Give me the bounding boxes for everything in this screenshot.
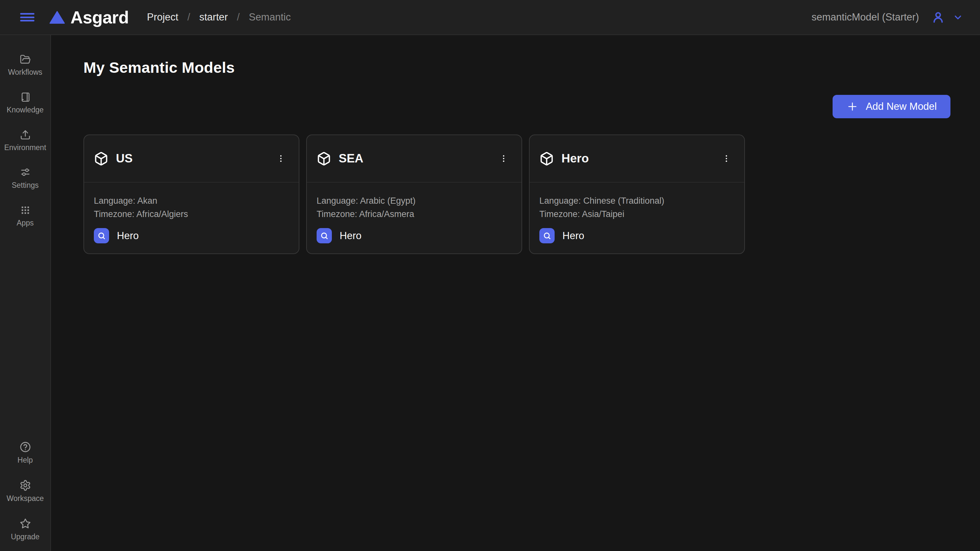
breadcrumb-project[interactable]: Project xyxy=(147,11,178,23)
triangle-logo-icon xyxy=(49,11,65,24)
sidebar-item-label: Upgrade xyxy=(11,532,39,541)
account-area: semanticModel (Starter) xyxy=(811,10,963,24)
account-label: semanticModel (Starter) xyxy=(811,11,919,23)
card-title: Hero xyxy=(562,152,589,166)
sidebar-item-help[interactable]: Help xyxy=(0,441,50,465)
main-content: My Semantic Models Add New Model US Lang… xyxy=(52,35,980,551)
cube-icon xyxy=(317,151,331,166)
search-icon-tile xyxy=(94,228,109,243)
user-icon[interactable] xyxy=(931,10,945,24)
app-logo[interactable]: Asgard xyxy=(49,8,129,27)
breadcrumb-semantic: Semantic xyxy=(249,11,291,23)
card-title: SEA xyxy=(339,152,363,166)
grid-dots-icon xyxy=(20,205,31,216)
sidebar-item-apps[interactable]: Apps xyxy=(0,205,50,228)
hero-link[interactable]: Hero xyxy=(317,228,361,243)
card-language: Language: Akan xyxy=(94,194,288,208)
card-body: Language: Chinese (Traditional) Timezone… xyxy=(530,183,744,243)
hero-link[interactable]: Hero xyxy=(539,228,584,243)
hamburger-menu-icon[interactable] xyxy=(20,13,34,21)
breadcrumb: Project / starter / Semantic xyxy=(147,11,291,23)
breadcrumb-separator: / xyxy=(237,11,240,23)
sidebar-item-label: Help xyxy=(18,456,33,465)
topbar: Asgard Project / starter / Semantic sema… xyxy=(0,0,980,35)
sidebar-item-upgrade[interactable]: Upgrade xyxy=(0,518,50,541)
gear-icon xyxy=(19,479,31,491)
sidebar-item-label: Settings xyxy=(12,181,39,190)
card-body: Language: Arabic (Egypt) Timezone: Afric… xyxy=(307,183,522,243)
card-header: US xyxy=(84,135,299,183)
search-icon xyxy=(97,231,106,240)
breadcrumb-separator: / xyxy=(187,11,190,23)
kebab-menu-icon[interactable] xyxy=(719,152,733,166)
sidebar-item-settings[interactable]: Settings xyxy=(0,167,50,190)
card-language: Language: Arabic (Egypt) xyxy=(317,194,511,208)
page-title: My Semantic Models xyxy=(83,59,235,76)
card-timezone: Timezone: Africa/Asmera xyxy=(317,208,511,221)
breadcrumb-starter[interactable]: starter xyxy=(199,11,228,23)
kebab-menu-icon[interactable] xyxy=(274,152,288,166)
chevron-down-icon[interactable] xyxy=(953,12,963,22)
sliders-icon xyxy=(20,167,31,178)
card-language: Language: Chinese (Traditional) xyxy=(539,194,733,208)
hero-link-label: Hero xyxy=(562,230,584,242)
model-card-hero: Hero Language: Chinese (Traditional) Tim… xyxy=(529,134,745,254)
search-icon-tile xyxy=(539,228,555,243)
model-cards: US Language: Akan Timezone: Africa/Algie… xyxy=(83,134,745,254)
search-icon xyxy=(320,231,329,240)
card-timezone: Timezone: Asia/Taipei xyxy=(539,208,733,221)
sidebar-item-label: Workspace xyxy=(6,494,44,503)
hero-link[interactable]: Hero xyxy=(94,228,138,243)
book-icon xyxy=(20,92,31,103)
add-new-model-button[interactable]: Add New Model xyxy=(832,95,950,118)
hero-link-label: Hero xyxy=(340,230,361,242)
help-circle-icon xyxy=(19,441,31,453)
model-card-us: US Language: Akan Timezone: Africa/Algie… xyxy=(83,134,299,254)
sidebar-item-label: Apps xyxy=(17,219,33,228)
sidebar-item-label: Workflows xyxy=(8,68,43,76)
sidebar-item-workflows[interactable]: Workflows xyxy=(0,54,50,76)
search-icon xyxy=(542,231,552,240)
sidebar-item-label: Environment xyxy=(4,143,46,152)
card-title: US xyxy=(116,152,132,166)
sidebar-item-knowledge[interactable]: Knowledge xyxy=(0,92,50,115)
card-header: SEA xyxy=(307,135,522,183)
upload-icon xyxy=(20,129,31,140)
sidebar-item-label: Knowledge xyxy=(7,105,44,115)
sidebar-top-group: Workflows Knowledge Environment Set xyxy=(0,54,50,228)
card-timezone: Timezone: Africa/Algiers xyxy=(94,208,288,221)
sidebar-item-environment[interactable]: Environment xyxy=(0,129,50,152)
sidebar-bottom-group: Help Workspace Upgrade xyxy=(0,441,50,541)
card-body: Language: Akan Timezone: Africa/Algiers … xyxy=(84,183,299,243)
card-header: Hero xyxy=(530,135,744,183)
hero-link-label: Hero xyxy=(117,230,138,242)
cube-icon xyxy=(94,151,108,166)
plus-icon xyxy=(846,100,859,113)
logo-text: Asgard xyxy=(70,8,129,27)
sidebar: Workflows Knowledge Environment Set xyxy=(0,35,51,551)
add-new-model-label: Add New Model xyxy=(866,101,937,112)
model-card-sea: SEA Language: Arabic (Egypt) Timezone: A… xyxy=(306,134,522,254)
folder-icon xyxy=(20,54,31,65)
kebab-menu-icon[interactable] xyxy=(497,152,511,166)
star-icon xyxy=(19,518,31,530)
cube-icon xyxy=(539,151,554,166)
search-icon-tile xyxy=(317,228,332,243)
sidebar-item-workspace[interactable]: Workspace xyxy=(0,479,50,503)
